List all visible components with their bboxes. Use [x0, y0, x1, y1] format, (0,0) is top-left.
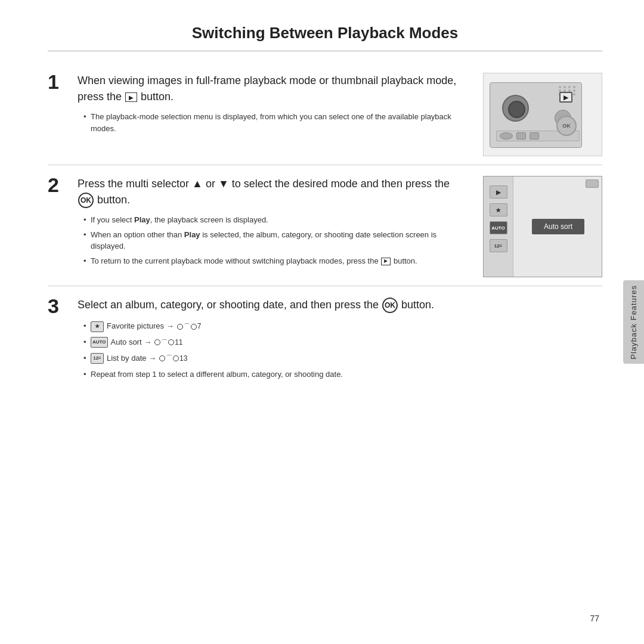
- auto-icon: AUTO: [91, 337, 108, 348]
- step3-title-text2: button.: [401, 299, 434, 311]
- sidebar-tab: Playback Features: [623, 280, 644, 364]
- menu-icon-play: ▶: [490, 185, 507, 199]
- menu-icon-star: ★: [490, 203, 507, 216]
- step1-section: 1 When viewing images in full-frame play…: [48, 62, 602, 165]
- fav-icon: ★: [91, 321, 104, 332]
- repeat-text: Repeat from step 1 to select a different…: [91, 369, 343, 381]
- camera-lens: [502, 95, 529, 122]
- step1-title-text2: button.: [141, 91, 174, 103]
- step1-content: When viewing images in full-frame playba…: [78, 73, 477, 137]
- link-arrow3: ⌒: [166, 353, 172, 364]
- step2-content: Press the multi selector ▲ or ▼ to selec…: [78, 176, 477, 270]
- menu-content-area: Auto sort: [515, 177, 602, 277]
- link-arrow2: ⌒: [161, 338, 168, 348]
- link-circle3: [154, 339, 160, 345]
- list-icon: 12≡: [91, 353, 104, 364]
- link-circle1: [177, 324, 183, 330]
- step3-list: ★ Favorite pictures → ⌒7 AUTO Auto sort …: [78, 320, 602, 380]
- list-text: List by date →: [107, 352, 156, 365]
- menu-diagram: ▶ ★ AUTO 12≡ Auto sort: [483, 176, 602, 277]
- step1-number: 1: [48, 70, 78, 94]
- page-container: Switching Between Playback Modes 1 When …: [0, 0, 644, 644]
- play-button-icon: ▶: [125, 92, 137, 102]
- camera-nav-wheel: OK: [556, 116, 577, 136]
- auto-text: Auto sort →: [111, 336, 152, 349]
- step2-title-text1: Press the multi selector ▲ or ▼ to selec…: [78, 178, 450, 190]
- step2-bullet2: When an option other than Play is select…: [83, 229, 465, 252]
- play-bold: Play: [134, 215, 150, 224]
- step2-number: 2: [48, 174, 78, 197]
- step2-bullets: If you select Play, the playback screen …: [78, 214, 465, 267]
- play-icon-inline: ▶: [381, 258, 391, 265]
- camera-lens-inner: [508, 101, 525, 118]
- link-circle5: [159, 355, 165, 361]
- step2-title-text2: button.: [97, 194, 130, 206]
- step3-item-list: 12≡ List by date → ⌒13: [83, 352, 602, 365]
- fav-text: Favorite pictures →: [107, 320, 174, 333]
- step3-title-text1: Select an album, category, or shooting d…: [78, 299, 382, 311]
- cam-ctrl1: [500, 132, 513, 140]
- link-circle6: [173, 355, 179, 361]
- step1-bullet1: The playback-mode selection menu is disp…: [83, 111, 465, 134]
- step1-image: ▶ OK: [483, 73, 602, 156]
- menu-icon-list: 12≡: [490, 239, 507, 252]
- camera-diagram: ▶ OK: [483, 73, 602, 156]
- camera-body: ▶ OK: [490, 82, 582, 148]
- fav-link: ⌒7: [177, 321, 202, 332]
- ok-circle-step3: OK: [382, 298, 398, 313]
- step3-title: Select an album, category, or shooting d…: [78, 297, 602, 313]
- ok-circle-step2: OK: [78, 193, 94, 208]
- step3-item-fav: ★ Favorite pictures → ⌒7: [83, 320, 602, 333]
- step2-image: ▶ ★ AUTO 12≡ Auto sort: [483, 176, 602, 277]
- step3-number: 3: [48, 295, 78, 318]
- menu-icon-auto: AUTO: [490, 221, 507, 234]
- step1-title: When viewing images in full-frame playba…: [78, 73, 465, 105]
- menu-sidebar: ▶ ★ AUTO 12≡: [484, 177, 513, 277]
- sidebar-tab-label: Playback Features: [629, 285, 638, 360]
- cam-ctrl3: [530, 132, 539, 140]
- page-title: Switching Between Playback Modes: [48, 24, 602, 51]
- step2-section: 2 Press the multi selector ▲ or ▼ to sel…: [48, 165, 602, 286]
- auto-link: ⌒11: [154, 337, 182, 348]
- play-bold2: Play: [184, 230, 200, 239]
- step2-bullet3: To return to the current playback mode w…: [83, 255, 465, 267]
- link-circle4: [168, 339, 174, 345]
- cam-ctrl2: [516, 132, 526, 140]
- list-link: ⌒13: [159, 353, 187, 364]
- step2-title: Press the multi selector ▲ or ▼ to selec…: [78, 176, 465, 208]
- step3-section: 3 Select an album, category, or shooting…: [48, 286, 602, 384]
- step3-item-auto: AUTO Auto sort → ⌒11: [83, 336, 602, 349]
- step2-bullet1: If you select Play, the playback screen …: [83, 214, 465, 226]
- step3-inner: 3 Select an album, category, or shooting…: [48, 297, 602, 384]
- link-arrow1: ⌒: [184, 321, 190, 332]
- link-circle2: [191, 324, 197, 330]
- menu-highlight-label: Auto sort: [532, 219, 584, 234]
- step3-content: Select an album, category, or shooting d…: [78, 297, 602, 384]
- step3-item-repeat: Repeat from step 1 to select a different…: [83, 369, 602, 381]
- page-number: 77: [590, 614, 599, 623]
- camera-play-btn: ▶: [559, 92, 572, 103]
- step1-bullets: The playback-mode selection menu is disp…: [78, 111, 465, 134]
